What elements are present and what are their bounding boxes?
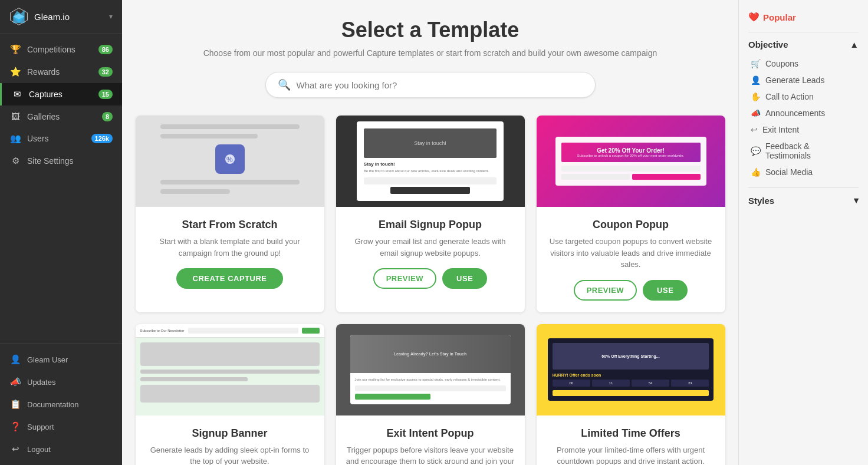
exit-desc: Trigger popups before visitors leave you… — [346, 444, 515, 466]
competitions-icon: 🏆 — [9, 44, 21, 55]
scratch-body: Start From Scratch Start with a blank te… — [136, 207, 324, 301]
sidebar-item-label: Site Settings — [27, 156, 113, 166]
exit-mock-inner: Leaving Already? Let's Stay in Touch Joi… — [350, 335, 511, 405]
users-icon: 👥 — [9, 133, 21, 144]
banner-line-2 — [140, 377, 248, 381]
sidebar-item-updates[interactable]: 📣 Updates — [0, 371, 122, 393]
sidebar-nav: 🏆 Competitions 86 ⭐ Rewards 32 ✉ Capture… — [0, 34, 122, 343]
create-capture-button[interactable]: CREATE CAPTURE — [176, 268, 284, 289]
leads-filter-label: Generate Leads — [765, 75, 824, 85]
coupon-desc: Use targeted coupon popups to convert we… — [546, 236, 716, 271]
email-mock: Stay in touch! Stay in touch! Be the fir… — [336, 116, 525, 207]
styles-filter-title[interactable]: Styles ▾ — [748, 195, 859, 206]
coupon-body: Coupon Popup Use targeted coupon popups … — [537, 207, 725, 312]
support-icon: ❓ — [9, 421, 21, 432]
sidebar-item-logout[interactable]: ↩ Logout — [0, 438, 122, 460]
banner-body-text: Signup Banner Generate leads by adding s… — [136, 415, 324, 466]
template-card-coupon: Get 20% Off Your Order! Subscribe to unl… — [537, 116, 725, 312]
filter-popular[interactable]: ❤️ Popular — [748, 12, 859, 22]
gleam-user-label: Gleam User — [27, 355, 113, 364]
sidebar-item-label: Captures — [29, 90, 98, 99]
scratch-mock: % — [154, 118, 305, 205]
exit-img-text: Leaving Already? Let's Stay in Touch — [394, 352, 466, 356]
filter-announcements[interactable]: 📣 Announcements — [748, 105, 859, 121]
sidebar-item-galleries[interactable]: 🖼 Galleries 8 — [0, 105, 122, 127]
feedback-filter-label: Feedback & Testimonials — [765, 141, 856, 160]
coupon-preview-button[interactable]: PREVIEW — [574, 280, 637, 301]
coupon-use-button[interactable]: USE — [643, 280, 688, 301]
sidebar-item-gleam-user[interactable]: 👤 Gleam User — [0, 348, 122, 371]
competitions-badge: 86 — [98, 45, 113, 54]
sidebar-item-rewards[interactable]: ⭐ Rewards 32 — [0, 61, 122, 83]
sidebar-item-users[interactable]: 👥 Users 126k — [0, 127, 122, 150]
styles-label: Styles — [748, 196, 774, 206]
sidebar-item-documentation[interactable]: 📋 Documentation — [0, 393, 122, 415]
filter-call-to-action[interactable]: ✋ Call to Action — [748, 88, 859, 105]
filter-generate-leads[interactable]: 👤 Generate Leads — [748, 72, 859, 88]
coupon-mock: Get 20% Off Your Order! Subscribe to unl… — [537, 116, 725, 207]
email-name: Email Signup Popup — [346, 219, 515, 231]
filter-feedback[interactable]: 💬 Feedback & Testimonials — [748, 138, 859, 164]
objective-label: Objective — [748, 39, 788, 50]
objective-filter-title[interactable]: Objective ▲ — [748, 39, 859, 50]
email-mock-text: Be the first to know about our new artic… — [364, 169, 497, 174]
heart-icon: ❤️ — [748, 12, 760, 22]
scratch-actions: CREATE CAPTURE — [145, 268, 315, 289]
filter-divider-1 — [748, 32, 859, 32]
page-subtitle: Choose from our most popular and powerfu… — [134, 48, 726, 58]
settings-icon: ⚙ — [9, 156, 21, 166]
banner-label: Subscribe to Our Newsletter — [140, 329, 185, 332]
coupon-mock-subtitle: Subscribe to unlock a coupon for 20% off… — [566, 154, 696, 157]
sidebar-item-competitions[interactable]: 🏆 Competitions 86 — [0, 38, 122, 61]
template-card-scratch: % Start From Scratch Start with a blank … — [136, 116, 324, 312]
email-preview: Stay in touch! Stay in touch! Be the fir… — [336, 116, 525, 207]
sidebar-item-support[interactable]: ❓ Support — [0, 415, 122, 438]
lto-img: 60% Off Everything Starting... — [553, 343, 709, 370]
cta-filter-icon: ✋ — [751, 92, 761, 101]
banner-block-2 — [140, 385, 320, 403]
banner-top-bar: Subscribe to Our Newsletter — [136, 324, 324, 338]
lto-preview: 60% Off Everything Starting... HURRY! Of… — [537, 324, 725, 415]
search-input[interactable] — [297, 80, 583, 90]
exit-text: Join our mailing list for exclusive acce… — [355, 378, 506, 382]
coupons-filter-icon: 🛒 — [751, 59, 761, 68]
styles-chevron: ▾ — [854, 195, 859, 206]
lto-timer-secs: 23 — [671, 380, 709, 387]
banner-name: Signup Banner — [145, 427, 315, 440]
sidebar-item-site-settings[interactable]: ⚙ Site Settings — [0, 150, 122, 172]
scratch-box: % — [215, 144, 245, 174]
exit-btn — [355, 394, 430, 400]
search-bar[interactable]: 🔍 — [265, 72, 596, 98]
scratch-name: Start From Scratch — [145, 219, 315, 231]
filter-social-media[interactable]: 👍 Social Media — [748, 164, 859, 180]
sidebar-item-label: Users — [27, 134, 91, 143]
template-card-exit: Leaving Already? Let's Stay in Touch Joi… — [336, 324, 525, 466]
exit-filter-icon: ↩ — [751, 125, 758, 134]
email-mock-img: Stay in touch! — [364, 128, 497, 158]
logout-label: Logout — [27, 445, 113, 454]
announcements-filter-icon: 📣 — [751, 108, 761, 118]
template-card-banner: Subscribe to Our Newsletter Signup Banne… — [136, 324, 324, 466]
scratch-desc: Start with a blank template and build yo… — [145, 236, 315, 259]
coupon-mock-input — [561, 166, 701, 172]
coupon-mock-title: Get 20% Off Your Order! — [566, 147, 696, 154]
email-mock-title: Stay in touch! — [364, 161, 497, 167]
email-use-button[interactable]: USE — [442, 268, 487, 289]
sidebar-logo[interactable]: Gleam.io ▾ — [0, 0, 122, 34]
sidebar-logo-chevron: ▾ — [109, 12, 113, 21]
filter-divider-2 — [748, 187, 859, 188]
exit-preview: Leaving Already? Let's Stay in Touch Joi… — [336, 324, 525, 415]
email-preview-button[interactable]: PREVIEW — [373, 268, 436, 289]
filter-exit-intent[interactable]: ↩ Exit Intent — [748, 121, 859, 138]
support-label: Support — [27, 423, 113, 431]
email-body: Email Signup Popup Grow your email list … — [336, 207, 525, 301]
coupon-no-btn — [561, 174, 630, 180]
coupon-yes-btn — [632, 174, 701, 180]
galleries-icon: 🖼 — [9, 111, 21, 121]
lto-body-text: Limited Time Offers Promote your limited… — [537, 415, 725, 466]
right-sidebar: ❤️ Popular Objective ▲ 🛒 Coupons 👤 Gener… — [738, 0, 868, 465]
exit-filter-label: Exit Intent — [762, 125, 799, 134]
feedback-filter-icon: 💬 — [751, 146, 761, 156]
sidebar-item-captures[interactable]: ✉ Captures 15 — [0, 83, 122, 105]
filter-coupons[interactable]: 🛒 Coupons — [748, 55, 859, 72]
